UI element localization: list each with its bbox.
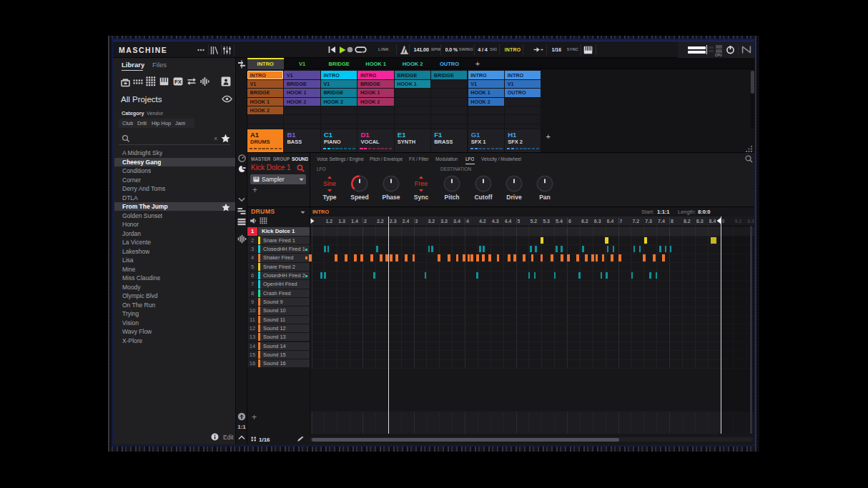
svg-text:FX: FX <box>174 79 182 85</box>
